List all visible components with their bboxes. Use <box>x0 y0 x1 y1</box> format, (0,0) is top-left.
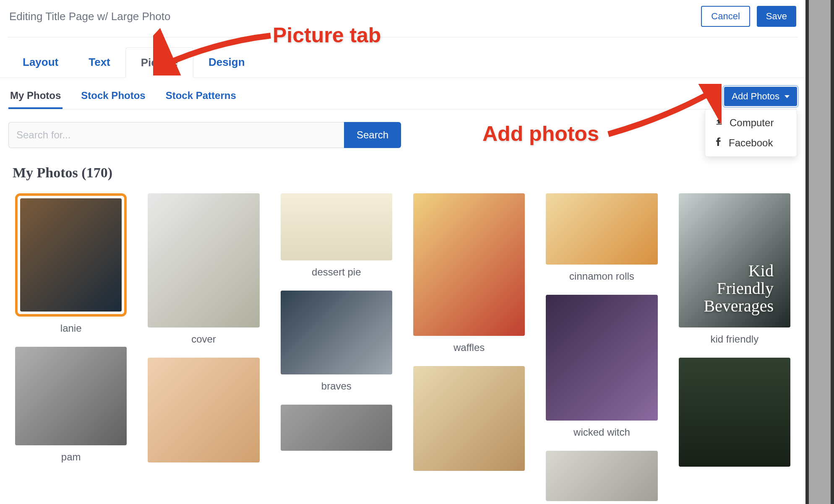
tab-stock-photos[interactable]: Stock Photos <box>79 84 147 109</box>
photo-caption: wicked witch <box>546 426 657 438</box>
tabs-main: Layout Text Picture Design <box>0 47 805 78</box>
dropdown-item-facebook[interactable]: Facebook <box>705 133 797 153</box>
photo-thumbnail <box>281 405 392 451</box>
photo-card[interactable]: pam <box>15 347 127 463</box>
photo-card[interactable] <box>281 405 392 451</box>
photo-card[interactable]: waffles <box>413 193 525 353</box>
chevron-down-icon <box>784 95 790 98</box>
save-button[interactable]: Save <box>757 6 796 27</box>
photo-card[interactable]: KidFriendlyBeverages kid friendly <box>679 193 790 345</box>
photo-thumbnail <box>15 347 127 445</box>
upload-icon <box>714 117 724 129</box>
photo-caption: kid friendly <box>679 333 790 345</box>
photo-card[interactable] <box>546 451 657 501</box>
add-photos-dropdown: Computer Facebook <box>705 109 797 157</box>
photo-thumbnail <box>546 193 657 265</box>
photo-thumbnail <box>546 295 657 421</box>
header-bar: Editing Title Page w/ Large Photo Cancel… <box>0 0 805 37</box>
photo-overlay-text: KidFriendlyBeverages <box>704 262 774 315</box>
photo-caption: lanie <box>15 322 127 334</box>
photo-caption: cover <box>148 333 259 345</box>
photo-card[interactable]: cover <box>148 193 259 345</box>
search-button[interactable]: Search <box>344 122 401 148</box>
photo-thumbnail <box>281 193 392 260</box>
photo-thumbnail <box>148 358 259 462</box>
tab-layout[interactable]: Layout <box>8 47 73 78</box>
divider <box>8 37 798 37</box>
tab-design[interactable]: Design <box>193 47 260 78</box>
search-input[interactable] <box>8 122 344 148</box>
add-photos-label: Add Photos <box>732 91 779 102</box>
header-buttons: Cancel Save <box>701 6 796 27</box>
photo-grid: lanie pam cover dessert pie braves <box>0 185 805 504</box>
photo-thumbnail <box>413 193 525 336</box>
window-edge <box>805 0 834 504</box>
photo-caption: braves <box>281 380 392 392</box>
tab-my-photos[interactable]: My Photos <box>8 84 63 109</box>
photo-caption: pam <box>15 451 127 463</box>
dropdown-item-label: Facebook <box>729 137 773 149</box>
tabs-sub: My Photos Stock Photos Stock Patterns <box>8 84 238 109</box>
dropdown-item-computer[interactable]: Computer <box>705 113 797 133</box>
photo-card[interactable]: braves <box>281 291 392 392</box>
photo-card[interactable]: dessert pie <box>281 193 392 278</box>
tabs-sub-row: My Photos Stock Photos Stock Patterns Ad… <box>0 84 805 109</box>
photo-caption: dessert pie <box>281 266 392 278</box>
photo-card[interactable]: cinnamon rolls <box>546 193 657 282</box>
photo-card[interactable] <box>148 358 259 462</box>
photo-thumbnail <box>281 291 392 374</box>
facebook-icon <box>714 137 723 149</box>
photo-thumbnail <box>148 193 259 327</box>
tab-text[interactable]: Text <box>73 47 125 78</box>
photo-card[interactable] <box>679 358 790 467</box>
photo-thumbnail <box>413 366 525 471</box>
dropdown-item-label: Computer <box>730 117 774 129</box>
photo-card[interactable]: wicked witch <box>546 295 657 438</box>
cancel-button[interactable]: Cancel <box>701 6 750 27</box>
photo-thumbnail <box>546 451 657 501</box>
photo-card[interactable] <box>413 366 525 471</box>
photo-card[interactable]: lanie <box>15 193 127 334</box>
search-row: Search <box>0 109 805 148</box>
page-title: Editing Title Page w/ Large Photo <box>9 10 170 23</box>
tab-picture[interactable]: Picture <box>125 47 193 78</box>
section-title: My Photos (170) <box>0 148 805 185</box>
photo-thumbnail <box>20 198 122 312</box>
add-photos-button[interactable]: Add Photos <box>724 87 797 106</box>
photo-caption: waffles <box>413 342 525 353</box>
photo-thumbnail <box>679 358 790 467</box>
photo-caption: cinnamon rolls <box>546 270 657 282</box>
tab-stock-patterns[interactable]: Stock Patterns <box>164 84 238 109</box>
